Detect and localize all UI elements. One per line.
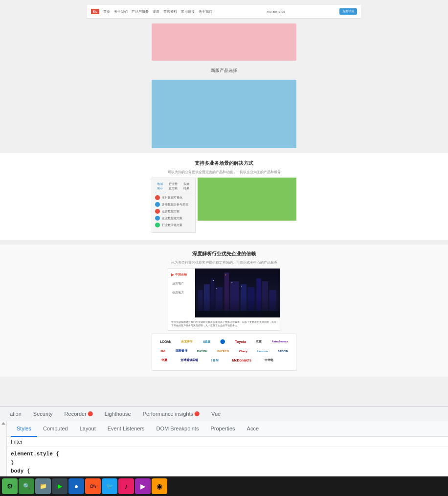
styles-tab-acce[interactable]: Acce: [241, 421, 265, 437]
devtools-tab-bar: ation Security Recorder 🔴 Lighthouse Per…: [0, 406, 448, 421]
styles-tab-styles[interactable]: Styles: [11, 421, 37, 437]
code-line-3: body {: [11, 467, 444, 476]
logo-3m: 3M: [159, 348, 166, 354]
taskbar: ⚙ 🔍 📁 ▶ ● 🛍 🐦 ♪ ▶ ◉: [0, 476, 448, 496]
nav-links: 首页 关于我们 产品与服务 渠道 首席资料 常用链接 关于我们: [103, 9, 212, 14]
filter-label: Filter: [11, 439, 22, 445]
styles-tab-event-listeners[interactable]: Event Listeners: [102, 421, 151, 437]
taskbar-icon-4[interactable]: ●: [68, 478, 84, 494]
logo-row-3: 华夏 全球通供应链 IBM McDonald's 中华电: [156, 357, 292, 363]
svg-rect-14: [225, 274, 226, 275]
code-line-2: }: [11, 459, 444, 468]
code-close-1: }: [11, 460, 14, 466]
nav-link-channel[interactable]: 渠道: [153, 9, 159, 14]
logo-sabcin: SABCIN: [277, 349, 289, 354]
filter-bar: Filter: [7, 437, 448, 447]
blue-banner: [152, 80, 296, 148]
logo-jy: 京原: [255, 338, 263, 345]
product-tab-3[interactable]: 实施结果: [181, 181, 192, 192]
logo-dayou: DAYOU: [196, 349, 208, 354]
taskbar-icon-1[interactable]: 🔍: [19, 478, 34, 494]
city-nav-item-1[interactable]: ▶ 中国金融: [171, 272, 192, 277]
twitter-icon: 🐦: [106, 483, 113, 490]
city-image-overlay: [195, 298, 280, 317]
taskbar-icon-0[interactable]: ⚙: [2, 478, 18, 494]
tab-animation[interactable]: ation: [4, 407, 27, 422]
product-item-3: 运营数据方案: [155, 209, 192, 214]
files-icon: 📁: [40, 483, 47, 490]
tab-recorder[interactable]: Recorder 🔴: [59, 407, 99, 422]
terminal-icon: ▶: [58, 483, 62, 490]
nav-logo: Kc: [91, 9, 99, 14]
product-tab-1[interactable]: 地域展示: [155, 181, 166, 192]
logo-bank: 国家银行: [175, 348, 188, 354]
store-icon: 🛍: [90, 483, 96, 490]
city-card-right: [195, 269, 280, 317]
product-icon-blue-2: [155, 216, 160, 221]
logo-abb: ABB: [202, 339, 211, 344]
styles-tab-properties[interactable]: Properties: [204, 421, 241, 437]
product-item-5: 行业数字化方案: [155, 223, 192, 227]
styles-tabs: Styles Computed Layout Event Listeners D…: [7, 421, 448, 437]
logo-supply: 全球通供应链: [179, 358, 199, 363]
product-text-2: 多维数据分析与呈现: [162, 203, 188, 206]
product-text-3: 运营数据方案: [162, 210, 179, 213]
logo-chery: Chery: [238, 349, 248, 354]
taskbar-icon-6[interactable]: 🐦: [102, 478, 117, 494]
city-nav-item-2[interactable]: 运营地产: [171, 281, 192, 286]
product-icon-green-1: [155, 223, 160, 227]
new-products-label: 新版产品选择: [211, 68, 237, 74]
product-icon-red-2: [155, 209, 160, 214]
city-nav-item-3[interactable]: 信息地方: [171, 290, 192, 295]
product-icon-blue-1: [155, 202, 160, 207]
nav-link-links[interactable]: 常用链接: [181, 9, 195, 14]
city-card-inner: ▶ 中国金融 运营地产 信息地方: [168, 269, 280, 317]
scroll-up-arrow[interactable]: [1, 422, 5, 425]
devtools-wrapper: ation Security Recorder 🔴 Lighthouse Per…: [0, 406, 448, 487]
nav-bar: Kc 首页 关于我们 产品与服务 渠道 首席资料 常用链接 关于我们 400-8…: [87, 5, 361, 19]
product-text-5: 行业数字化方案: [162, 224, 182, 227]
nav-link-about2[interactable]: 关于我们: [199, 9, 212, 14]
taskbar-icon-7[interactable]: ♪: [118, 478, 134, 494]
tab-vue[interactable]: Vue: [205, 407, 226, 422]
tab-performance-insights[interactable]: Performance insights 🔴: [137, 407, 205, 422]
styles-tab-dom-breakpoints[interactable]: DOM Breakpoints: [151, 421, 205, 437]
city-image: [195, 269, 280, 317]
taskbar-icon-2[interactable]: 📁: [35, 478, 51, 494]
nav-trial-button[interactable]: 免费试用: [339, 8, 357, 15]
logo-row-2: 3M 国家银行 DAYOU PAYECO Chery Lenovo SABCIN: [156, 348, 292, 354]
taskbar-icon-5[interactable]: 🛍: [85, 478, 101, 494]
support-title: 支持多业务场景的解决方式: [195, 160, 253, 167]
nav-link-home[interactable]: 首页: [103, 9, 110, 14]
product-left: 地域展示 行业垂直方案 实施结果 实时数据可视化 多维数据分析与呈现: [152, 178, 196, 233]
nav-link-products[interactable]: 产品与服务: [132, 9, 149, 14]
product-right-green: [198, 178, 296, 221]
logo-payeco: PAYECO: [216, 349, 230, 354]
logo-jlk: 金龙客车: [180, 338, 194, 345]
styles-tab-layout[interactable]: Layout: [74, 421, 102, 437]
product-tab-2[interactable]: 行业垂直方案: [167, 181, 181, 192]
city-card-left: ▶ 中国金融 运营地产 信息地方: [168, 269, 195, 317]
logo-lenovo: Lenovo: [256, 349, 269, 354]
tab-lighthouse[interactable]: Lighthouse: [99, 407, 137, 422]
city-card: ▶ 中国金融 运营地产 信息地方: [168, 268, 280, 331]
logo-circle1: ⬤: [219, 338, 226, 345]
taskbar-icon-3[interactable]: ▶: [52, 478, 67, 494]
logo-ibm: IBM: [210, 358, 220, 363]
nav-link-data[interactable]: 首席资料: [163, 9, 177, 14]
search-icon: 🔍: [23, 483, 30, 490]
logo-astrazeneca: AstraZeneca: [271, 339, 289, 344]
nav-link-about[interactable]: 关于我们: [114, 9, 128, 14]
nav-phone: 400-888-1726: [267, 10, 285, 13]
logo-huaxia: 华夏: [160, 357, 168, 363]
tab-security[interactable]: Security: [27, 407, 59, 422]
code-body-selector: body {: [11, 468, 30, 474]
product-item-2: 多维数据分析与呈现: [155, 202, 192, 207]
logo-toyota: Toyota: [234, 339, 247, 344]
taskbar-icon-8[interactable]: ▶: [135, 478, 151, 494]
chrome-icon: ●: [74, 482, 78, 490]
website-container: Kc 首页 关于我们 产品与服务 渠道 首席资料 常用链接 关于我们 400-8…: [0, 0, 448, 382]
styles-tab-computed[interactable]: Computed: [37, 421, 74, 437]
svg-rect-16: [241, 286, 242, 287]
taskbar-icon-9[interactable]: ◉: [152, 478, 167, 494]
